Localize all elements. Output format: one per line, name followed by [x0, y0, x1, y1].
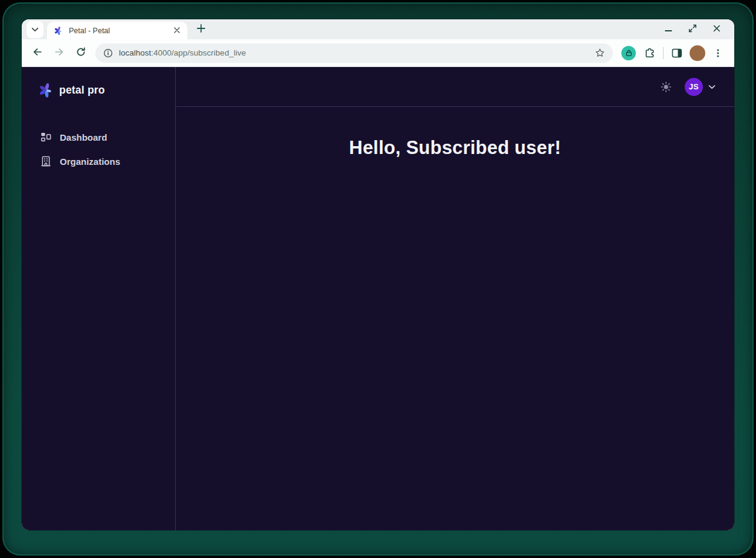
petal-flower-icon [38, 82, 54, 98]
arrow-right-icon [54, 46, 65, 59]
sidebar-item-label: Dashboard [60, 132, 107, 143]
maximize-icon [688, 24, 697, 34]
profile-avatar[interactable] [690, 45, 705, 61]
app-root: petal pro Dashboard [22, 67, 734, 530]
main-content: Hello, Subscribed user! [176, 107, 734, 530]
app-topbar: JS [176, 67, 734, 107]
minimize-button[interactable] [658, 21, 679, 39]
site-info-icon[interactable] [103, 48, 113, 58]
chevron-down-icon [31, 25, 39, 34]
new-tab-button[interactable] [193, 21, 210, 38]
arrow-left-icon [32, 46, 43, 59]
lock-badge-icon[interactable] [621, 46, 636, 60]
close-icon [174, 26, 180, 35]
sidebar-nav: Dashboard [22, 125, 175, 173]
close-icon [713, 25, 720, 34]
tab-strip: Petal - Petal [22, 19, 734, 39]
window-close-button[interactable] [706, 21, 727, 39]
user-avatar[interactable]: JS [685, 78, 703, 96]
maximize-button[interactable] [682, 21, 703, 39]
logo[interactable]: petal pro [22, 80, 175, 100]
extensions-puzzle-icon[interactable] [639, 43, 660, 63]
window-controls [658, 21, 734, 39]
chevron-down-icon [708, 85, 716, 89]
url-text: localhost:4000/app/subscribed_live [119, 48, 585, 57]
plus-icon [197, 24, 205, 34]
kebab-menu-icon[interactable] [708, 43, 728, 63]
forward-button[interactable] [48, 43, 70, 63]
url-path: :4000/app/subscribed_live [151, 48, 246, 57]
screenshot-stage: Petal - Petal [0, 0, 756, 558]
browser-window: Petal - Petal [22, 19, 734, 530]
sidebar-item-label: Organizations [60, 156, 120, 167]
petal-favicon-icon [54, 26, 63, 36]
logo-text: petal pro [59, 84, 105, 97]
bookmark-star-icon[interactable] [591, 45, 608, 62]
dashboard-grid-icon [40, 131, 52, 143]
url-host: localhost [119, 48, 151, 57]
browser-toolbar: localhost:4000/app/subscribed_live [22, 39, 734, 67]
reload-button[interactable] [70, 43, 92, 63]
back-button[interactable] [27, 43, 48, 63]
toolbar-divider [663, 47, 664, 59]
minimize-icon [665, 25, 672, 34]
sun-icon[interactable] [658, 79, 674, 95]
sidebar-item-dashboard[interactable]: Dashboard [22, 125, 175, 149]
page-title: Hello, Subscribed user! [176, 137, 734, 159]
sidebar: petal pro Dashboard [22, 67, 176, 530]
user-menu[interactable]: JS [685, 78, 716, 96]
tab-search-button[interactable] [27, 21, 43, 38]
tab-close-button[interactable] [171, 25, 182, 36]
building-office-icon [40, 155, 52, 167]
browser-tab[interactable]: Petal - Petal [47, 22, 187, 39]
address-bar[interactable]: localhost:4000/app/subscribed_live [95, 43, 613, 63]
sidebar-item-organizations[interactable]: Organizations [22, 149, 175, 173]
main-column: JS Hello, Subscribed user! [176, 67, 734, 530]
reload-icon [75, 46, 86, 59]
tab-title: Petal - Petal [69, 27, 166, 35]
side-panel-icon[interactable] [667, 43, 687, 63]
